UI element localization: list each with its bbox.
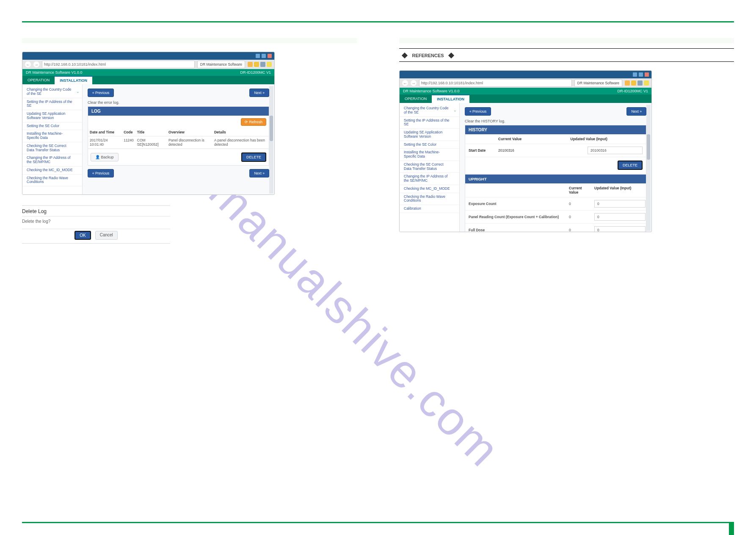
left-section-heading: [22, 38, 357, 43]
reference-divider: [399, 48, 734, 49]
col-updated-value: Updated Value (Input): [591, 183, 646, 197]
col-updated-value: Updated Value (Input): [571, 137, 643, 141]
panel-title-log: LOG: [88, 107, 269, 116]
sidebar-item[interactable]: Checking the Radio Wave Conditions: [22, 175, 82, 187]
sidebar-item[interactable]: Checking the SE Correct Data Transfer St…: [400, 161, 459, 173]
table-row[interactable]: 2017/01/24 10:01:40 11240 COM SE[N120052…: [88, 136, 269, 149]
app-header-bar: DR Maintenance Software V1.0.0 DR-ID1200…: [400, 88, 651, 94]
favorite-icon[interactable]: [631, 80, 636, 86]
dialog-body: Delete the log?: [22, 216, 170, 229]
input-panel-reading-count[interactable]: [594, 213, 646, 221]
tab-installation[interactable]: INSTALLATION: [432, 94, 469, 103]
scroll-thumb[interactable]: [647, 134, 650, 160]
window-min-icon[interactable]: [256, 54, 260, 58]
sidebar-item[interactable]: Updating SE Application Software Version: [400, 129, 459, 141]
browser-tab[interactable]: DR Maintenance Software: [574, 79, 622, 87]
screenshot-log-window: ← → http://192.168.0.10:10181/index.html…: [22, 52, 275, 195]
app-sidebar: Changing the Country Code of the SE⌃ Set…: [22, 84, 83, 194]
sidebar-item[interactable]: Checking the Radio Wave Conditions: [400, 193, 459, 205]
app-title: DR Maintenance Software V1.0.0: [403, 89, 460, 93]
sidebar-item[interactable]: Installing the Machine-Specific Data: [22, 130, 82, 142]
col-current-value: Current Value: [566, 183, 591, 197]
tab-operation[interactable]: OPERATION: [22, 76, 55, 84]
window-titlebar: [400, 71, 651, 78]
window-min-icon[interactable]: [633, 72, 637, 77]
col-date: Date and Time: [88, 128, 122, 136]
log-panel: LOG ⟳ Refresh Date and Time Code Title O…: [88, 106, 269, 166]
window-close-icon[interactable]: [645, 72, 649, 77]
settings-icon[interactable]: [260, 62, 265, 67]
home-icon[interactable]: [248, 62, 253, 67]
window-max-icon[interactable]: [262, 54, 266, 58]
delete-button[interactable]: DELETE: [618, 161, 643, 170]
col-details: Details: [212, 128, 269, 136]
window-max-icon[interactable]: [639, 72, 643, 77]
delete-button[interactable]: DELETE: [241, 152, 266, 162]
previous-button[interactable]: « Previous: [88, 169, 114, 177]
next-button[interactable]: Next »: [249, 169, 269, 177]
chevron-up-icon: ⌃: [453, 107, 457, 112]
sidebar-item[interactable]: Installing the Machine-Specific Data: [400, 149, 459, 161]
tab-operation[interactable]: OPERATION: [400, 94, 432, 103]
sidebar-item[interactable]: Changing the Country Code of the SE⌃: [22, 86, 82, 98]
window-titlebar: [22, 52, 274, 60]
sidebar-item[interactable]: Updating SE Application Software Version: [22, 110, 82, 122]
dialog-title: Delete Log: [22, 206, 170, 216]
scrollbar[interactable]: [269, 86, 273, 194]
next-button[interactable]: Next »: [249, 89, 269, 97]
scrollbar[interactable]: [646, 105, 651, 231]
scroll-thumb[interactable]: [270, 116, 273, 141]
input-exposure-count[interactable]: [594, 200, 646, 208]
sidebar-item[interactable]: Setting the IP Address of the SE: [22, 98, 82, 111]
url-field[interactable]: http://192.168.0.10:10181/index.html: [419, 79, 572, 87]
sidebar-item[interactable]: Changing the Country Code of the SE⌃: [400, 105, 459, 117]
previous-button[interactable]: « Previous: [88, 89, 114, 97]
sidebar-item[interactable]: Checking the SE Correct Data Transfer St…: [22, 142, 82, 155]
backup-button[interactable]: 👤 Backup: [91, 153, 119, 161]
back-icon[interactable]: ←: [25, 61, 31, 67]
browser-tab[interactable]: DR Maintenance Software: [197, 61, 245, 68]
sidebar-item[interactable]: Changing the IP Address of the SE/MP/MC: [400, 173, 459, 185]
history-panel: HISTORY Current Value Updated Value (Inp…: [465, 125, 646, 232]
cell-overview: Panel disconnection is detected: [167, 136, 212, 149]
cell-title: COM SE[N120052]: [135, 136, 167, 149]
tab-installation[interactable]: INSTALLATION: [55, 76, 92, 84]
feedback-icon[interactable]: [644, 80, 649, 86]
back-icon[interactable]: ←: [402, 80, 408, 86]
blank-header: [465, 183, 566, 197]
forward-icon[interactable]: →: [411, 80, 417, 86]
input-full-dose[interactable]: [594, 226, 646, 232]
sidebar-item[interactable]: Setting the SE Color: [22, 122, 82, 130]
home-icon[interactable]: [625, 80, 630, 86]
feedback-icon[interactable]: [267, 62, 272, 67]
cell-date: 2017/01/24 10:01:40: [88, 136, 122, 149]
sidebar-item-label: Changing the Country Code of the SE: [404, 106, 448, 114]
sidebar-item[interactable]: Changing the IP Address of the SE/MP/MC: [22, 154, 82, 166]
settings-icon[interactable]: [637, 80, 643, 86]
label-start-date: Start Date: [469, 148, 498, 152]
sidebar-item[interactable]: Setting the SE Color: [400, 141, 459, 149]
sidebar-item[interactable]: Calibration: [400, 205, 459, 213]
favorite-icon[interactable]: [254, 62, 259, 67]
forward-icon[interactable]: →: [33, 61, 39, 67]
url-field[interactable]: http://192.168.0.10:10181/index.html: [42, 61, 195, 68]
next-button[interactable]: Next »: [626, 107, 646, 116]
page-bottom-rule: [22, 522, 734, 523]
sidebar-item[interactable]: Checking the MC_ID_MODE: [400, 185, 459, 193]
previous-button[interactable]: « Previous: [465, 107, 491, 116]
sidebar-item[interactable]: Checking the MC_ID_MODE: [22, 166, 82, 175]
panel-title-history: HISTORY: [465, 125, 646, 134]
instruction-text: Clear the HISTORY log.: [465, 119, 646, 123]
input-start-date[interactable]: [588, 147, 643, 154]
refresh-button[interactable]: ⟳ Refresh: [241, 118, 266, 126]
ok-button[interactable]: OK: [74, 231, 91, 240]
value-panel-reading-count: 0: [566, 211, 591, 224]
sidebar-item[interactable]: Setting the IP Address of the SE: [400, 117, 459, 129]
app-title: DR Maintenance Software V1.0.0: [26, 70, 83, 75]
label-panel-reading-count: Panel Reading Count (Exposure Count + Ca…: [465, 211, 566, 224]
window-close-icon[interactable]: [268, 54, 272, 58]
value-start-date-current: 20100316: [498, 148, 588, 152]
label-full-dose: Full Dose: [465, 224, 566, 232]
value-full-dose: 0: [566, 224, 591, 232]
cancel-button[interactable]: Cancel: [95, 231, 118, 240]
